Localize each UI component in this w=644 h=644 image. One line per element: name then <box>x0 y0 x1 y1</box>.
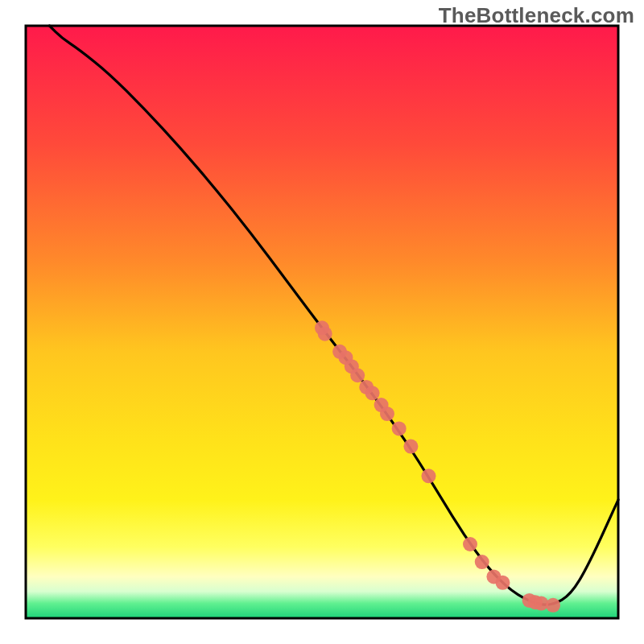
bottleneck-chart <box>0 0 644 644</box>
data-point <box>318 327 332 341</box>
data-point <box>392 421 407 436</box>
data-point <box>403 440 418 454</box>
data-point <box>350 368 365 382</box>
data-point <box>546 598 560 613</box>
watermark-text: TheBottleneck.com <box>439 3 634 28</box>
chart-container: TheBottleneck.com <box>0 0 644 644</box>
data-point <box>380 407 394 421</box>
data-point <box>365 386 380 400</box>
data-point <box>475 555 489 569</box>
data-point <box>421 469 436 483</box>
data-point <box>463 537 477 551</box>
data-point <box>495 576 510 590</box>
